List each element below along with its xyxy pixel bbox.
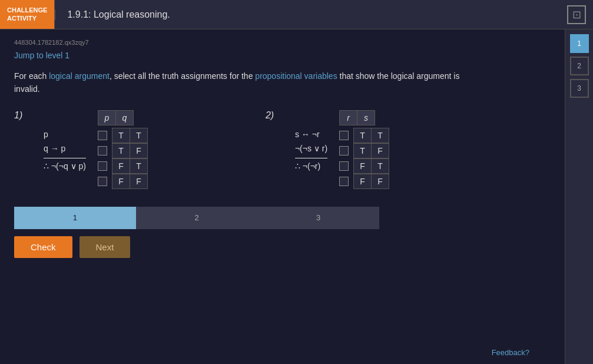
highlight-logical-argument: logical argument	[49, 71, 110, 81]
p2-header-s: s	[357, 110, 375, 125]
p2-r4-c2: F	[372, 174, 389, 188]
p1-row1-checkbox[interactable]	[98, 131, 107, 140]
problem-1-number: 1)	[14, 110, 32, 121]
p1-row2-checkbox[interactable]	[98, 146, 107, 155]
p2-row4-table: FF	[353, 174, 389, 189]
p1-row4-table: FF	[112, 174, 148, 189]
p1-row1-table: TT	[112, 128, 148, 143]
progress-section: 1 2 3	[14, 207, 551, 229]
p1-row4-checkbox[interactable]	[98, 177, 107, 186]
p2-header-r: r	[340, 110, 357, 125]
p1-header-p: p	[98, 110, 115, 125]
progress-segment-2[interactable]: 2	[136, 207, 258, 229]
problem-1-line1: p	[44, 128, 86, 141]
content-area: 448304.1782182.qx3zqy7 Jump to level 1 F…	[0, 29, 565, 364]
table-row: FF	[98, 174, 148, 189]
right-sidebar: 1 2 3	[565, 29, 593, 364]
sidebar-level-3[interactable]: 3	[570, 79, 589, 98]
problems-row: 1) p q → p ∴ ¬(¬q ∨ p) p q	[14, 110, 551, 189]
sidebar-level-1-label: 1	[577, 39, 581, 48]
highlight-propositional-variables: propositional variables	[255, 71, 337, 81]
problem-2-argument: s ↔ ¬r ¬(¬s ∨ r) ∴ ¬(¬r)	[295, 128, 327, 173]
p1-row3-checkbox[interactable]	[98, 161, 107, 171]
p2-row2-table: TF	[353, 143, 389, 158]
problem-2-conclusion: ∴ ¬(¬r)	[295, 158, 327, 173]
check-button[interactable]: Check	[14, 236, 72, 258]
p2-r2-c2: F	[372, 143, 389, 158]
buttons-row: Check Next	[14, 236, 551, 258]
sidebar-level-1[interactable]: 1	[570, 34, 589, 53]
app-header: CHALLENGE ACTIVITY 1.9.1: Logical reason…	[0, 0, 593, 29]
next-button[interactable]: Next	[79, 236, 131, 258]
progress-segment-1-label: 1	[73, 213, 77, 222]
table-row: FT	[98, 158, 148, 174]
sidebar-level-2[interactable]: 2	[570, 57, 589, 75]
p2-row4-checkbox[interactable]	[339, 177, 349, 186]
problem-1-conclusion: ∴ ¬(¬q ∨ p)	[44, 158, 86, 173]
badge-line1: CHALLENGE	[7, 6, 47, 14]
p1-r3-c2: T	[130, 158, 147, 173]
p2-r1-c2: T	[372, 128, 389, 143]
p1-r4-c2: F	[130, 174, 147, 188]
instruction-text: For each logical argument, select all th…	[14, 70, 462, 96]
p1-r4-c1: F	[112, 174, 130, 188]
p1-r1-c1: T	[112, 128, 130, 143]
feedback-link[interactable]: Feedback?	[492, 348, 529, 357]
progress-segment-3-label: 3	[316, 213, 320, 222]
problem-2-table-wrapper: r s TT TF	[339, 110, 389, 189]
progress-segment-3[interactable]: 3	[257, 207, 379, 229]
problem-1-rows: TT TF FT FF	[98, 128, 148, 189]
header-window-icon[interactable]: ⊡	[567, 5, 586, 24]
table-row: TF	[339, 143, 389, 158]
problem-1-table: p q	[98, 110, 134, 125]
p1-r2-c2: F	[130, 143, 147, 158]
problem-1-argument: p q → p ∴ ¬(¬q ∨ p)	[44, 128, 86, 173]
p1-row3-table: FT	[112, 158, 148, 174]
sidebar-level-2-label: 2	[577, 62, 581, 70]
sidebar-level-3-label: 3	[577, 84, 581, 92]
problem-2-line1: s ↔ ¬r	[295, 128, 327, 141]
p1-r1-c2: T	[130, 128, 147, 143]
header-title: 1.9.1: Logical reasoning.	[55, 9, 170, 20]
jump-to-level-link[interactable]: Jump to level 1	[14, 51, 69, 60]
problem-2: 2) s ↔ ¬r ¬(¬s ∨ r) ∴ ¬(¬r) r s	[266, 110, 389, 189]
main-container: 448304.1782182.qx3zqy7 Jump to level 1 F…	[0, 29, 593, 364]
table-row: TF	[98, 143, 148, 158]
table-row: TT	[98, 128, 148, 143]
table-row: FT	[339, 158, 389, 174]
p2-row3-checkbox[interactable]	[339, 161, 349, 171]
table-row: FF	[339, 174, 389, 189]
p2-r3-c1: F	[354, 158, 372, 173]
p1-row2-table: TF	[112, 143, 148, 158]
problem-2-rows: TT TF FT FF	[339, 128, 389, 189]
breadcrumb: 448304.1782182.qx3zqy7	[14, 39, 551, 46]
table-row: TT	[339, 128, 389, 143]
problem-2-line2: ¬(¬s ∨ r)	[295, 142, 327, 155]
badge-line2: ACTIVITY	[7, 15, 47, 22]
p2-row2-checkbox[interactable]	[339, 146, 349, 155]
p2-r4-c1: F	[354, 174, 372, 188]
progress-segment-2-label: 2	[194, 213, 198, 222]
progress-bar: 1 2 3	[14, 207, 379, 229]
p1-r3-c1: F	[112, 158, 130, 173]
p2-r2-c1: T	[354, 143, 372, 158]
progress-segment-1[interactable]: 1	[14, 207, 136, 229]
p2-r1-c1: T	[354, 128, 372, 143]
problem-1: 1) p q → p ∴ ¬(¬q ∨ p) p q	[14, 110, 148, 189]
problem-2-header-table: r s	[339, 110, 375, 125]
p2-row1-checkbox[interactable]	[339, 131, 349, 140]
p2-row1-table: TT	[353, 128, 389, 143]
p2-row3-table: FT	[353, 158, 389, 174]
problem-2-number: 2)	[266, 110, 283, 121]
p1-header-q: q	[115, 110, 133, 125]
problem-1-table-wrapper: p q TT TF	[98, 110, 148, 189]
p2-r3-c2: T	[372, 158, 389, 173]
problem-1-line2: q → p	[44, 142, 86, 155]
challenge-badge: CHALLENGE ACTIVITY	[0, 0, 54, 29]
p1-r2-c1: T	[112, 143, 130, 158]
